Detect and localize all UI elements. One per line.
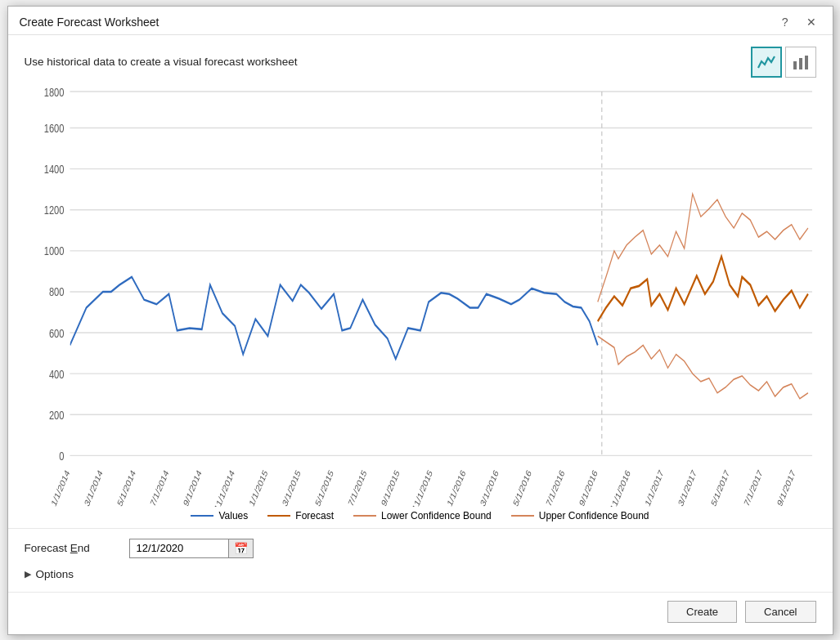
legend-line-upper	[511, 515, 534, 517]
legend-label-upper: Upper Confidence Bound	[539, 510, 649, 521]
svg-text:5/1/2016: 5/1/2016	[511, 468, 532, 506]
dialog-window: Create Forecast Worksheet ? ✕ Use histor…	[7, 6, 833, 635]
svg-text:11/1/2015: 11/1/2015	[410, 468, 433, 506]
svg-text:7/1/2017: 7/1/2017	[742, 468, 763, 506]
title-controls: ? ✕	[777, 15, 821, 29]
header-description: Use historical data to create a visual f…	[25, 56, 298, 68]
legend-label-lower: Lower Confidence Bound	[381, 510, 492, 521]
svg-text:1/1/2015: 1/1/2015	[247, 468, 268, 506]
legend-lower-bound: Lower Confidence Bound	[353, 510, 492, 521]
chart-type-buttons	[751, 47, 816, 78]
forecast-end-input[interactable]	[130, 539, 228, 557]
date-input-wrapper: 📅	[129, 539, 254, 558]
svg-text:9/1/2015: 9/1/2015	[379, 468, 400, 506]
title-bar: Create Forecast Worksheet ? ✕	[8, 7, 833, 35]
svg-text:3/1/2017: 3/1/2017	[676, 468, 697, 506]
svg-text:9/1/2014: 9/1/2014	[181, 468, 202, 506]
svg-text:3/1/2014: 3/1/2014	[82, 468, 103, 506]
svg-rect-0	[793, 61, 797, 69]
cancel-button[interactable]: Cancel	[745, 601, 815, 623]
svg-text:3/1/2016: 3/1/2016	[478, 468, 499, 506]
svg-text:800: 800	[48, 284, 63, 298]
svg-text:5/1/2015: 5/1/2015	[313, 468, 335, 506]
svg-text:11/1/2014: 11/1/2014	[212, 468, 236, 506]
footer-area: Forecast End 📅 ▶ Options	[8, 528, 833, 592]
options-row[interactable]: ▶ Options	[25, 565, 816, 584]
svg-text:1/1/2017: 1/1/2017	[643, 468, 664, 506]
svg-rect-1	[799, 58, 802, 69]
dialog-title: Create Forecast Worksheet	[20, 16, 159, 29]
legend-line-lower	[353, 515, 376, 517]
svg-text:400: 400	[48, 366, 63, 380]
options-label: Options	[36, 568, 74, 580]
legend-line-forecast	[267, 515, 290, 517]
bar-chart-icon	[792, 53, 810, 71]
svg-text:9/1/2016: 9/1/2016	[577, 468, 598, 506]
svg-text:5/1/2014: 5/1/2014	[115, 468, 137, 506]
legend-label-forecast: Forecast	[295, 510, 334, 521]
svg-text:200: 200	[48, 408, 63, 422]
svg-text:7/1/2016: 7/1/2016	[544, 468, 565, 506]
svg-rect-3	[70, 91, 812, 454]
create-button[interactable]: Create	[667, 601, 737, 623]
chart-area: 0 200 400 600 800 1000 1200 1400 1600 18…	[8, 86, 833, 507]
close-button[interactable]: ✕	[802, 15, 821, 29]
line-chart-button[interactable]	[751, 47, 782, 78]
bar-chart-button[interactable]	[785, 47, 816, 78]
legend-upper-bound: Upper Confidence Bound	[511, 510, 649, 521]
svg-text:1600: 1600	[43, 121, 64, 135]
options-expand-icon: ▶	[25, 569, 31, 580]
action-buttons: Create Cancel	[8, 592, 833, 634]
forecast-end-label: Forecast End	[25, 542, 115, 554]
svg-text:1800: 1800	[43, 86, 64, 99]
legend-label-values: Values	[218, 510, 248, 521]
svg-text:11/1/2016: 11/1/2016	[608, 468, 631, 506]
svg-text:1/1/2016: 1/1/2016	[445, 468, 466, 506]
svg-text:600: 600	[48, 325, 63, 339]
chart-legend: Values Forecast Lower Confidence Bound U…	[8, 507, 833, 528]
svg-text:3/1/2015: 3/1/2015	[280, 468, 301, 506]
svg-text:7/1/2015: 7/1/2015	[346, 468, 367, 506]
svg-text:1000: 1000	[43, 244, 64, 257]
svg-text:0: 0	[59, 449, 64, 463]
svg-text:5/1/2017: 5/1/2017	[709, 468, 730, 506]
svg-text:1400: 1400	[43, 162, 64, 176]
legend-values: Values	[191, 510, 248, 521]
svg-rect-2	[805, 56, 808, 69]
legend-line-values	[191, 515, 213, 517]
forecast-chart: 0 200 400 600 800 1000 1200 1400 1600 18…	[25, 86, 816, 507]
legend-forecast: Forecast	[267, 510, 334, 521]
svg-text:1/1/2014: 1/1/2014	[49, 468, 70, 506]
svg-text:1200: 1200	[43, 203, 64, 217]
header-row: Use historical data to create a visual f…	[8, 35, 833, 86]
svg-text:9/1/2017: 9/1/2017	[775, 468, 796, 506]
line-chart-icon	[757, 53, 775, 71]
forecast-end-row: Forecast End 📅	[25, 539, 816, 558]
calendar-button[interactable]: 📅	[228, 539, 253, 557]
help-button[interactable]: ?	[777, 15, 793, 29]
svg-text:7/1/2014: 7/1/2014	[148, 468, 169, 506]
